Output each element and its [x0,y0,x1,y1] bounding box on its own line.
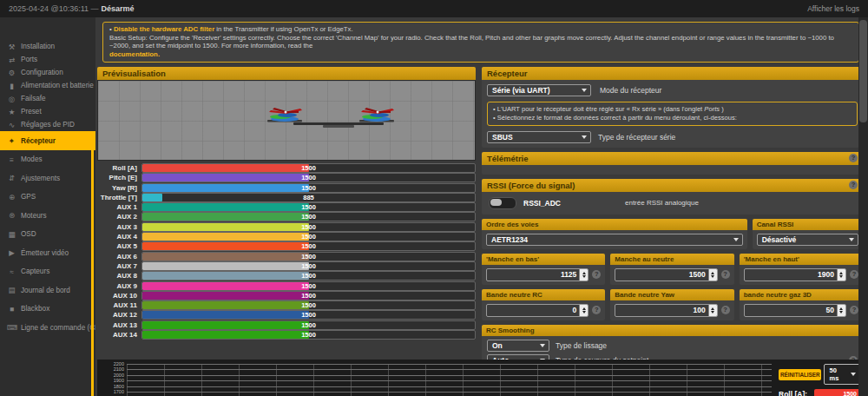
sidebar-item-label: Installation [21,43,55,50]
stick-center-input[interactable]: 1500 [615,268,717,281]
channel-bar-aux-1: 1500 [141,202,476,212]
sidebar-item-label: Preset [21,108,42,116]
sidebar-item-receiver[interactable]: ⌖Récepteur [0,131,95,150]
channel-bar-aux-5: 1500 [141,241,476,251]
setup-note: • Disable the hardware ADC filter in the… [102,22,859,63]
sidebar-item-cli[interactable]: ⌨Ligne de commande (CLI) [0,319,95,338]
chevron-down-icon [582,135,587,139]
sidebar-item-osd[interactable]: ▦OSD [0,225,95,244]
motor-icon: ⊛ [7,211,16,220]
sidebar-item-video-transmitter[interactable]: ▶Émetteur vidéo [0,244,95,263]
channel-bar-aux-8: 1500 [141,271,476,280]
serial-provider-select[interactable]: SBUS [487,131,591,143]
help-icon[interactable]: ? [850,306,858,314]
help-icon[interactable]: ? [849,181,858,189]
channel-bar-aux-11: 1500 [141,300,476,310]
help-icon[interactable]: ? [721,270,730,279]
serial-rx-note: • L'UART pour le récepteur doit être rég… [487,102,858,126]
help-icon[interactable]: ? [721,306,730,314]
stepper-arrows[interactable] [837,305,845,316]
receiver-section-header: Récepteur [482,67,863,80]
stepper-arrows[interactable] [837,269,845,280]
channel-value: 1500 [142,311,475,319]
channel-value: 1500 [142,242,475,250]
sidebar-item-ports[interactable]: ⇄Ports [0,53,95,66]
sidebar-item-blackbox[interactable]: ■Blackbox [0,300,95,319]
vertical-scrollbar[interactable] [858,17,868,396]
deadband-3d-input[interactable]: 50 [744,304,846,317]
stick-low-section: 'Manche en bas' 1125 ? [482,254,605,285]
documentation-link[interactable]: documentation. [109,50,160,58]
channel-value: 1500 [142,262,475,270]
channel-row: AUX 91500 [97,282,476,290]
ports-icon: ⇄ [7,56,16,64]
model-preview-3d[interactable] [97,80,476,161]
stick-center-header: Manche au neutre [610,254,733,265]
telemetry-section-header: Télémétrie ? [482,152,863,165]
sidebar-item-sensors[interactable]: ≈Capteurs [0,262,95,281]
help-icon[interactable]: ? [592,270,601,279]
sidebar-item-modes[interactable]: ≡Modes [0,150,95,169]
stick-center-section: Manche au neutre 1500 ? [610,254,733,285]
channel-value: 1500 [142,174,475,182]
channel-map-select[interactable]: AETR1234 [486,234,743,246]
receiver-icon: ⌖ [7,136,16,146]
deadband-rc-input[interactable]: 0 [486,304,589,317]
wrench-icon: ⚒ [7,43,16,51]
reset-button[interactable]: RÉINITIALISER [779,369,821,380]
sidebar-item-label: Émetteur vidéo [21,249,69,257]
sidebar-item-installation[interactable]: ⚒Installation [0,40,95,53]
smoothing-select-0[interactable]: On [487,340,549,352]
channel-value: 1500 [142,203,475,211]
smoothing-row-label: Type de lissage [556,341,607,350]
receiver-tab-content: • Disable the hardware ADC filter in the… [95,17,868,396]
sidebar-item-power-battery[interactable]: ▮Alimentation et batterie [0,79,95,92]
stepper-arrows[interactable] [579,269,588,280]
rssi-adc-toggle[interactable] [489,197,516,209]
sidebar-item-motors[interactable]: ⊛Moteurs [0,207,95,226]
sidebar-item-label: Modes [21,155,43,163]
help-icon[interactable]: ? [592,306,601,314]
channel-bar-aux-9: 1500 [141,281,476,291]
channel-bar-pitch-e: 1500 [141,173,476,182]
sidebar-item-preset[interactable]: ★Preset [0,105,95,118]
sidebar-item-adjustments[interactable]: ⇵Ajustements [0,169,95,188]
channel-value: 885 [142,194,475,201]
receiver-mode-label: Mode du récepteur [600,86,661,95]
channel-bar-aux-14: 1500 [141,330,476,340]
channel-row: AUX 111500 [97,301,476,309]
help-icon[interactable]: ? [850,270,858,279]
legend-channel-bar: 1500 [814,389,860,396]
channel-map-section: Ordre des voies AETR1234 [482,219,747,249]
gps-icon: ⊕ [7,193,16,201]
help-icon[interactable]: ? [849,154,858,162]
sidebar-item-label: Failsafe [21,95,46,102]
sidebar-item-configuration[interactable]: ⚙Configuration [0,66,95,79]
rc-smoothing-header: RC Smoothing [482,325,863,336]
preview-title: Prévisualisation [102,69,166,78]
stepper-arrows[interactable] [579,305,588,316]
rssi-channel-select[interactable]: Désactivé [757,234,858,246]
sidebar-item-logging[interactable]: ▤Journal de bord [0,281,95,300]
stepper-arrows[interactable] [708,269,717,280]
sidebar-item-label: Moteurs [21,212,47,220]
sidebar-item-failsafe[interactable]: ◎Failsafe [0,92,95,105]
channel-row: Yaw [R]1500 [97,184,476,192]
telemetry-section: Télémétrie ? [482,152,863,175]
graph-y-axis: 220021002000190018001700 [97,360,127,396]
channel-label: AUX 9 [97,282,141,290]
sidebar-item-pid-tuning[interactable]: ∿Réglages de PID [0,118,95,131]
refresh-interval-select[interactable]: 50 ms [824,364,860,385]
sidebar-item-label: Réglages de PID [21,121,75,129]
stick-low-input[interactable]: 1125 [486,268,589,281]
deadband-yaw-input[interactable]: 100 [615,304,717,317]
preset-icon: ★ [7,108,16,116]
receiver-mode-select[interactable]: Série (via UART) [487,84,591,96]
scrollbar-thumb[interactable] [859,20,867,122]
sidebar-item-gps[interactable]: ⊕GPS [0,188,95,207]
stick-high-input[interactable]: 1900 [744,268,846,281]
show-logs-button[interactable]: Afficher les logs [807,4,859,13]
stepper-arrows[interactable] [708,305,717,316]
osd-icon: ▦ [7,230,16,239]
channel-map-header: Ordre des voies [482,219,747,230]
